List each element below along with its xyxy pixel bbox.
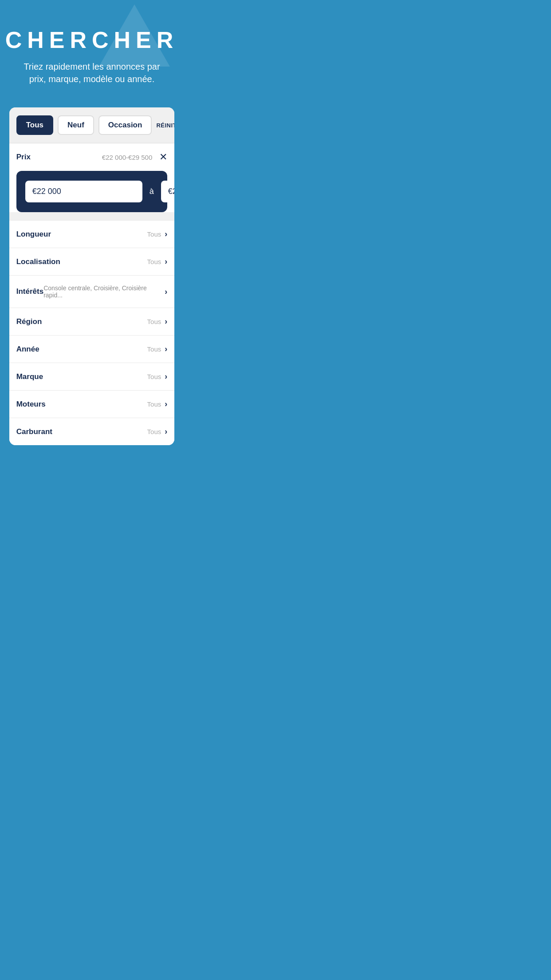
filter-row-right: Tous› (147, 399, 168, 409)
filter-row-label: Région (16, 317, 42, 326)
filter-row-label: Année (16, 345, 39, 354)
filter-row-label: Moteurs (16, 400, 46, 409)
tab-neuf[interactable]: Neuf (58, 115, 94, 135)
filter-row-label: Carburant (16, 427, 52, 436)
filter-row[interactable]: LongueurTous› (9, 220, 175, 248)
filter-row-label: Marque (16, 372, 43, 381)
filter-row-right: Tous› (147, 427, 168, 436)
filter-row-value: Tous (147, 400, 161, 408)
header-section: CHERCHER Triez rapidement les annonces p… (0, 0, 184, 107)
price-range-display: €22 000-€29 500 (102, 154, 152, 161)
filter-row-label: Longueur (16, 230, 51, 239)
price-min-input[interactable] (25, 181, 142, 202)
reset-button[interactable]: RÉINITIALISER (156, 122, 174, 129)
filter-row-right: Tous› (147, 229, 168, 239)
chevron-right-icon: › (165, 427, 167, 436)
filter-tabs-row: Tous Neuf Occasion RÉINITIALISER (9, 107, 175, 143)
filter-row-right: Console centrale, Croisière, Croisière r… (43, 285, 167, 299)
filter-row-value: Tous (147, 318, 161, 325)
tab-occasion[interactable]: Occasion (98, 115, 152, 135)
filter-card: Tous Neuf Occasion RÉINITIALISER Prix €2… (9, 107, 175, 445)
app-subtitle: Triez rapidement les annonces par prix, … (21, 60, 163, 85)
price-header: Prix €22 000-€29 500 ✕ (9, 143, 175, 171)
filter-row-label: Localisation (16, 257, 60, 266)
filter-row-right: Tous› (147, 257, 168, 266)
filter-rows-container: LongueurTous›LocalisationTous›IntérêtsCo… (9, 220, 175, 445)
filter-row[interactable]: LocalisationTous› (9, 248, 175, 275)
price-max-input[interactable] (161, 181, 175, 202)
chevron-right-icon: › (165, 229, 167, 239)
filter-row-value: Console centrale, Croisière, Croisière r… (43, 285, 161, 299)
price-header-right: €22 000-€29 500 ✕ (102, 151, 167, 163)
filter-row-label: Intérêts (16, 287, 43, 296)
filter-row-value: Tous (147, 345, 161, 353)
chevron-right-icon: › (165, 317, 167, 326)
price-label: Prix (16, 153, 31, 162)
chevron-right-icon: › (165, 344, 167, 354)
price-inputs-container: à (16, 171, 168, 212)
filter-row[interactable]: IntérêtsConsole centrale, Croisière, Cro… (9, 275, 175, 308)
filter-row[interactable]: MarqueTous› (9, 363, 175, 390)
filter-row[interactable]: MoteursTous› (9, 390, 175, 418)
filter-row[interactable]: CarburantTous› (9, 418, 175, 445)
filter-row-right: Tous› (147, 372, 168, 381)
price-clear-button[interactable]: ✕ (159, 151, 167, 163)
chevron-right-icon: › (165, 399, 167, 409)
tab-tous[interactable]: Tous (16, 115, 53, 135)
price-section: Prix €22 000-€29 500 ✕ à (9, 143, 175, 212)
chevron-right-icon: › (165, 257, 167, 266)
chevron-right-icon: › (165, 372, 167, 381)
filter-row-value: Tous (147, 428, 161, 435)
filter-row-value: Tous (147, 373, 161, 380)
filter-row[interactable]: AnnéeTous› (9, 335, 175, 363)
chevron-right-icon: › (165, 287, 167, 296)
filter-row-value: Tous (147, 230, 161, 238)
filter-row-right: Tous› (147, 317, 168, 326)
filter-row-value: Tous (147, 258, 161, 265)
filter-row-right: Tous› (147, 344, 168, 354)
price-separator: à (150, 187, 154, 196)
app-title: CHERCHER (5, 27, 179, 53)
filter-row[interactable]: RégionTous› (9, 308, 175, 335)
